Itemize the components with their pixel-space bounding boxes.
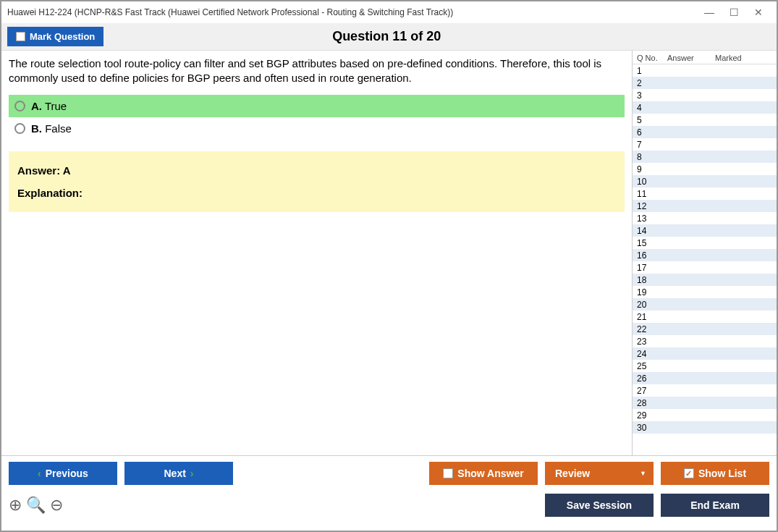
qno-cell: 18 — [637, 275, 667, 285]
question-list-panel: Q No. Answer Marked 12345678910111213141… — [632, 51, 777, 455]
review-button[interactable]: Review ▼ — [545, 462, 654, 485]
list-item[interactable]: 7 — [633, 138, 777, 151]
radio-icon — [14, 123, 25, 134]
list-item[interactable]: 23 — [633, 335, 777, 347]
chevron-left-icon: ‹ — [38, 468, 41, 479]
end-exam-button[interactable]: End Exam — [661, 494, 769, 517]
qno-cell: 21 — [637, 312, 667, 322]
list-item[interactable]: 6 — [633, 126, 777, 138]
mark-question-button[interactable]: Mark Question — [7, 27, 103, 46]
qno-cell: 19 — [637, 287, 667, 297]
qno-cell: 9 — [637, 164, 667, 174]
minimize-icon[interactable]: — — [697, 3, 722, 22]
next-button[interactable]: Next › — [124, 462, 233, 485]
header-answer: Answer — [667, 54, 715, 62]
bottom-bar: ‹ Previous Next › Show Answer Review ▼ ✓… — [1, 455, 777, 530]
list-item[interactable]: 8 — [633, 151, 777, 163]
qno-cell: 7 — [637, 140, 667, 150]
list-item[interactable]: 24 — [633, 347, 777, 360]
qno-cell: 24 — [637, 349, 667, 359]
save-session-label: Save Session — [567, 499, 632, 511]
close-icon[interactable]: ✕ — [746, 3, 771, 22]
qno-cell: 5 — [637, 115, 667, 125]
zoom-out-icon[interactable]: ⊖ — [50, 496, 63, 515]
qno-cell: 6 — [637, 127, 667, 138]
qno-cell: 11 — [637, 189, 667, 199]
list-item[interactable]: 2 — [633, 77, 777, 89]
qno-cell: 28 — [637, 398, 667, 408]
list-item[interactable]: 14 — [633, 224, 777, 237]
list-item[interactable]: 22 — [633, 323, 777, 335]
qno-cell: 29 — [637, 410, 667, 421]
qno-cell: 25 — [637, 361, 667, 371]
main: The route selection tool route-policy ca… — [1, 51, 777, 455]
option-a[interactable]: A. True — [9, 95, 625, 117]
toolbar: Mark Question Question 11 of 20 — [1, 23, 777, 51]
zoom-in-icon[interactable]: ⊕ — [9, 496, 22, 515]
titlebar: Huawei H12-224 (HCNP-R&S Fast Track (Hua… — [1, 1, 777, 23]
qno-cell: 3 — [637, 90, 667, 101]
qno-cell: 13 — [637, 214, 667, 224]
answer-box: Answer: A Explanation: — [9, 151, 625, 212]
qno-cell: 16 — [637, 250, 667, 261]
list-item[interactable]: 1 — [633, 64, 777, 77]
qno-cell: 30 — [637, 423, 667, 433]
list-item[interactable]: 20 — [633, 298, 777, 311]
previous-button[interactable]: ‹ Previous — [9, 462, 117, 485]
list-item[interactable]: 11 — [633, 187, 777, 200]
zoom-reset-icon[interactable]: 🔍 — [26, 496, 46, 515]
list-item[interactable]: 26 — [633, 372, 777, 384]
list-item[interactable]: 30 — [633, 421, 777, 434]
list-header: Q No. Answer Marked — [633, 51, 777, 64]
qno-cell: 8 — [637, 152, 667, 162]
window-title: Huawei H12-224 (HCNP-R&S Fast Track (Hua… — [7, 7, 697, 17]
list-item[interactable]: 16 — [633, 249, 777, 261]
list-item[interactable]: 19 — [633, 286, 777, 298]
list-item[interactable]: 13 — [633, 212, 777, 224]
qno-cell: 20 — [637, 300, 667, 310]
chevron-right-icon: › — [190, 468, 194, 479]
show-answer-button[interactable]: Show Answer — [429, 462, 538, 485]
list-item[interactable]: 4 — [633, 101, 777, 114]
list-item[interactable]: 12 — [633, 200, 777, 212]
zoom-controls: ⊕ 🔍 ⊖ — [9, 496, 63, 515]
previous-label: Previous — [46, 468, 88, 479]
maximize-icon[interactable]: ☐ — [722, 3, 746, 22]
list-item[interactable]: 9 — [633, 163, 777, 175]
option-label: B. False — [31, 122, 72, 135]
end-exam-label: End Exam — [690, 499, 740, 511]
list-item[interactable]: 21 — [633, 311, 777, 323]
list-item[interactable]: 10 — [633, 175, 777, 187]
qno-cell: 10 — [637, 177, 667, 187]
list-item[interactable]: 5 — [633, 114, 777, 126]
mark-label: Mark Question — [30, 31, 95, 42]
list-item[interactable]: 17 — [633, 261, 777, 274]
list-item[interactable]: 18 — [633, 274, 777, 286]
qno-cell: 14 — [637, 226, 667, 236]
list-item[interactable]: 25 — [633, 360, 777, 372]
save-session-button[interactable]: Save Session — [545, 494, 654, 517]
list-item[interactable]: 3 — [633, 89, 777, 101]
qno-cell: 17 — [637, 263, 667, 273]
list-item[interactable]: 27 — [633, 384, 777, 397]
list-item[interactable]: 29 — [633, 409, 777, 421]
show-list-label: Show List — [698, 468, 746, 479]
option-b[interactable]: B. False — [9, 117, 625, 140]
checkbox-icon — [16, 32, 25, 41]
list-item[interactable]: 28 — [633, 397, 777, 409]
question-text: The route selection tool route-policy ca… — [9, 56, 625, 86]
explanation-label: Explanation: — [17, 187, 616, 199]
show-list-button[interactable]: ✓ Show List — [661, 462, 769, 485]
qno-cell: 4 — [637, 103, 667, 113]
radio-icon — [14, 101, 25, 111]
header-qno: Q No. — [637, 54, 667, 62]
question-title: Question 11 of 20 — [103, 29, 669, 44]
qno-cell: 27 — [637, 386, 667, 396]
review-label: Review — [555, 468, 590, 479]
chevron-down-icon: ▼ — [640, 470, 646, 477]
header-marked: Marked — [715, 54, 772, 62]
list-item[interactable]: 15 — [633, 237, 777, 249]
question-panel: The route selection tool route-policy ca… — [1, 51, 632, 455]
qno-cell: 22 — [637, 324, 667, 334]
question-list[interactable]: 1234567891011121314151617181920212223242… — [633, 64, 777, 455]
